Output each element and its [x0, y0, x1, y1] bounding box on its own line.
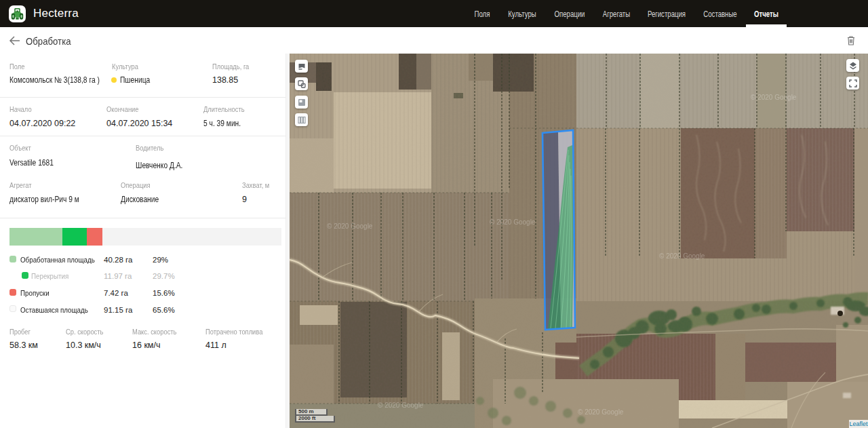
- svg-text:© 2020 Google: © 2020 Google: [659, 252, 705, 260]
- svg-text:© 2020 Google: © 2020 Google: [327, 222, 373, 230]
- svg-text:© 2020 Google: © 2020 Google: [578, 408, 624, 416]
- svg-text:© 2020 Google: © 2020 Google: [490, 218, 536, 226]
- svg-text:© 2020 Google: © 2020 Google: [751, 94, 797, 101]
- svg-text:© 2020 Google: © 2020 Google: [378, 402, 424, 409]
